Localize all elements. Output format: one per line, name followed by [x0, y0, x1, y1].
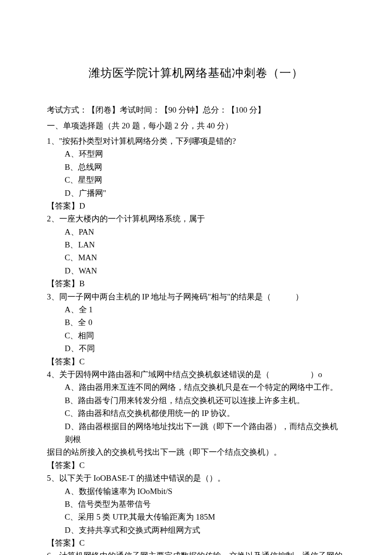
option-b: B、LAN — [65, 238, 345, 251]
exam-meta: 考试方式：【闭卷】考试时间：【90 分钟】总分：【100 分】 — [47, 104, 345, 116]
option-d: D、WAN — [65, 264, 345, 277]
page-title: 潍坊医学院计算机网络基础冲刺卷（一） — [47, 64, 345, 82]
option-a: A、路由器用来互连不同的网络，结点交换机只是在一个特定的网络中工作。 — [65, 381, 345, 394]
question-stem: 6、计算机网络中的通信子网主要完成数据的传输、交换以及通信控制，通信子网的组 — [47, 549, 345, 555]
question-3: 3、同一子网中两台主机的 IP 地址与子网掩码"相与"的结果是（ ） A、全 1… — [47, 291, 345, 368]
document-page: 潍坊医学院计算机网络基础冲刺卷（一） 考试方式：【闭卷】考试时间：【90 分钟】… — [0, 0, 392, 555]
question-stem: 4、关于因特网中路由器和广域网中结点交换机叙述错误的是（ ）o — [47, 368, 345, 381]
option-a: A、PAN — [65, 226, 345, 238]
question-stem: 5、以下关于 IoOBASE-T 的描述中错误的是（）。 — [47, 472, 345, 485]
answer: 【答案】B — [47, 277, 345, 290]
question-stem: 3、同一子网中两台主机的 IP 地址与子网掩码"相与"的结果是（ ） — [47, 291, 345, 303]
question-options: A、路由器用来互连不同的网络，结点交换机只是在一个特定的网络中工作。 B、路由器… — [47, 381, 345, 446]
option-b: B、全 0 — [65, 316, 345, 329]
option-b: B、路由器专门用来转发分组，结点交换机还可以连接上许多主机。 — [65, 394, 345, 407]
question-options: A、全 1 B、全 0 C、相同 D、不同 — [47, 303, 345, 355]
question-1: 1、"按拓扑类型对计算机网络分类，下列哪项是错的? A、环型网 B、总线网 C、… — [47, 135, 345, 212]
question-4: 4、关于因特网中路由器和广域网中结点交换机叙述错误的是（ ）o A、路由器用来互… — [47, 368, 345, 472]
answer: 【答案】D — [47, 200, 345, 212]
option-b: B、总线网 — [65, 161, 345, 174]
option-d: D、不同 — [65, 342, 345, 355]
option-d: D、广播网" — [65, 187, 345, 200]
question-options: A、环型网 B、总线网 C、星型网 D、广播网" — [47, 148, 345, 200]
option-c: C、星型网 — [65, 174, 345, 186]
question-6: 6、计算机网络中的通信子网主要完成数据的传输、交换以及通信控制，通信子网的组 成… — [47, 549, 345, 555]
question-2: 2、一座大楼内的一个计算机网络系统，属于 A、PAN B、LAN C、MAN D… — [47, 212, 345, 290]
option-a: A、数据传输速率为 IOoMbit/S — [65, 485, 345, 498]
question-stem: 1、"按拓扑类型对计算机网络分类，下列哪项是错的? — [47, 135, 345, 148]
question-options: A、数据传输速率为 IOoMbit/S B、信号类型为基带信号 C、采用 5 类… — [47, 485, 345, 537]
option-a: A、全 1 — [65, 303, 345, 316]
option-a: A、环型网 — [65, 148, 345, 160]
section-1-header: 一、单项选择题（共 20 题，每小题 2 分，共 40 分） — [47, 119, 345, 132]
answer: 【答案】C — [47, 459, 345, 472]
question-stem: 2、一座大楼内的一个计算机网络系统，属于 — [47, 212, 345, 225]
option-c: C、MAN — [65, 251, 345, 264]
option-d: D、支持共享式和交换式两种组网方式 — [65, 524, 345, 537]
question-options: A、PAN B、LAN C、MAN D、WAN — [47, 226, 345, 278]
option-c: C、相同 — [65, 329, 345, 342]
option-d-continuation: 据目的站所接入的交换机号找出下一跳（即下一个结点交换机）。 — [47, 446, 345, 459]
option-b: B、信号类型为基带信号 — [65, 498, 345, 511]
option-c: C、采用 5 类 UTP,其最大传输距离为 185M — [65, 511, 345, 523]
option-c: C、路由器和结点交换机都使用统一的 IP 协议。 — [65, 407, 345, 420]
question-5: 5、以下关于 IoOBASE-T 的描述中错误的是（）。 A、数据传输速率为 I… — [47, 472, 345, 549]
answer: 【答案】C — [47, 355, 345, 368]
option-d: D、路由器根据目的网络地址找出下一跳（即下一个路由器），而结点交换机则根 — [65, 420, 345, 446]
answer: 【答案】C — [47, 537, 345, 549]
